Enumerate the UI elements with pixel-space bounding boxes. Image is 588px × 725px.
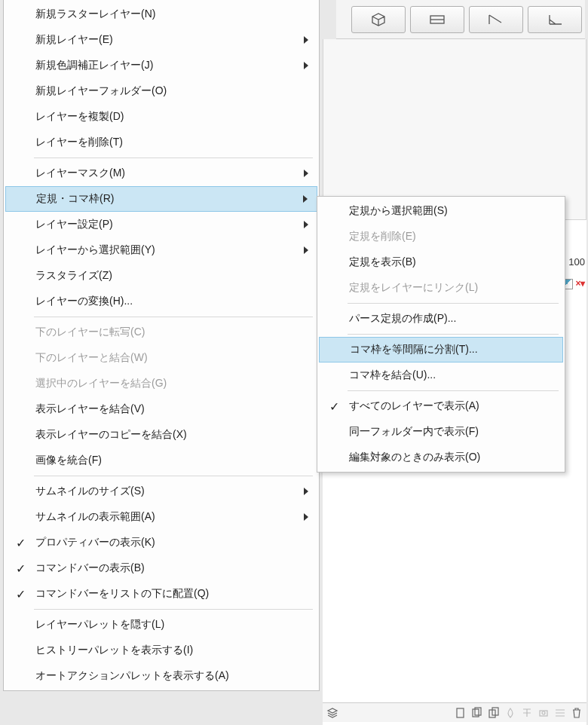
submenu-arrow-icon — [304, 62, 308, 69]
menu-item-label: 編集対象のときのみ表示(O) — [349, 451, 480, 464]
submenu-arrow-icon — [304, 221, 308, 228]
ruler-submenu-item[interactable]: パース定規の作成(P)... — [319, 306, 563, 332]
layer-menu-item[interactable]: ✓コマンドバーの表示(B) — [5, 555, 317, 581]
layer-menu-item[interactable]: 表示レイヤーを結合(V) — [5, 396, 317, 422]
layer-menu-item[interactable]: レイヤーを複製(D) — [5, 104, 317, 130]
new-doc-icon[interactable] — [454, 706, 467, 720]
layer-menu-item[interactable]: レイヤーから選択範囲(Y) — [5, 237, 317, 263]
svg-rect-2 — [457, 708, 464, 717]
menu-item-label: 新規ラスターレイヤー(N) — [35, 8, 155, 21]
ruler-submenu-item[interactable]: コマ枠を結合(U)... — [319, 362, 563, 388]
menu-item-label: 新規レイヤー(E) — [35, 33, 113, 47]
angle-icon[interactable] — [528, 6, 582, 33]
menu-item-label: コマ枠を等間隔に分割(T)... — [350, 343, 478, 356]
ruler-submenu-item: 定規を削除(E) — [319, 224, 563, 249]
layer-menu-item: 下のレイヤーに転写(C) — [5, 320, 317, 345]
layer-context-menu: 新規ラスターレイヤー(N)新規レイヤー(E)新規色調補正レイヤー(J)新規レイヤ… — [3, 0, 320, 691]
layer-menu-item[interactable]: レイヤーの変換(H)... — [5, 289, 317, 314]
merge-icon — [520, 706, 534, 720]
layers-icon[interactable] — [326, 706, 339, 720]
layer-menu-item[interactable]: レイヤー設定(P) — [5, 212, 317, 237]
drop-icon — [504, 706, 517, 720]
menu-item-label: レイヤーを複製(D) — [35, 110, 124, 124]
menu-item-label: 新規レイヤーフォルダー(O) — [35, 84, 167, 98]
submenu-arrow-icon — [303, 195, 308, 203]
layer-menu-item[interactable]: サムネイルのサイズ(S) — [5, 479, 317, 504]
opacity-value: 100 — [568, 256, 585, 268]
layer-menu-item[interactable]: 新規レイヤーフォルダー(O) — [5, 78, 317, 104]
layer-menu-item[interactable]: 定規・コマ枠(R) — [5, 186, 317, 212]
ruler-submenu-item[interactable]: 定規を表示(B) — [319, 249, 563, 275]
copy-icon[interactable] — [487, 706, 501, 720]
menu-separator — [34, 158, 313, 158]
menu-item-label: すべてのレイヤーで表示(A) — [349, 399, 479, 413]
lines-icon — [553, 706, 567, 720]
ruler-icon[interactable] — [469, 6, 523, 33]
ruler-frame-submenu: 定規から選択範囲(S)定規を削除(E)定規を表示(B)定規をレイヤーにリンク(L… — [317, 196, 565, 473]
layer-menu-item[interactable]: サムネイルの表示範囲(A) — [5, 504, 317, 530]
layer-menu-item[interactable]: 新規レイヤー(E) — [5, 27, 317, 53]
ruler-submenu-item[interactable]: 編集対象のときのみ表示(O) — [319, 445, 563, 470]
layer-menu-item[interactable]: ラスタライズ(Z) — [5, 263, 317, 289]
layer-menu-item[interactable]: ✓コマンドバーをリストの下に配置(Q) — [5, 581, 317, 607]
menu-separator — [34, 609, 313, 610]
menu-separator — [348, 390, 559, 391]
layer-menu-item[interactable]: オートアクションパレットを表示する(A) — [5, 663, 317, 689]
check-icon: ✓ — [16, 587, 26, 601]
menu-item-label: コマ枠を結合(U)... — [349, 369, 436, 382]
bottom-command-bar — [323, 702, 586, 722]
menu-separator — [348, 303, 559, 304]
layer-menu-item[interactable]: ✓プロパティバーの表示(K) — [5, 530, 317, 555]
menu-item-label: 下のレイヤーと結合(W) — [35, 351, 148, 365]
menu-item-label: 画像を統合(F) — [35, 454, 102, 467]
menu-item-label: 定規から選択範囲(S) — [349, 204, 448, 218]
ruler-submenu-item[interactable]: コマ枠を等間隔に分割(T)... — [319, 337, 563, 362]
ruler-submenu-item[interactable]: 定規から選択範囲(S) — [319, 198, 563, 224]
layer-menu-item[interactable]: レイヤーマスク(M) — [5, 161, 317, 186]
menu-item-label: パース定規の作成(P)... — [349, 312, 456, 326]
menu-item-label: レイヤーの変換(H)... — [35, 295, 133, 308]
menu-item-label: 表示レイヤーを結合(V) — [35, 402, 145, 416]
menu-item-label: プロパティバーの表示(K) — [35, 536, 155, 549]
menu-item-label: 下のレイヤーに転写(C) — [35, 326, 145, 339]
menu-separator — [34, 476, 313, 476]
svg-point-8 — [542, 711, 545, 714]
circle-icon — [537, 706, 550, 720]
layer-menu-item[interactable]: 画像を統合(F) — [5, 448, 317, 473]
menu-item-label: レイヤーマスク(M) — [35, 167, 125, 180]
close-icon[interactable]: ×▾ — [574, 279, 586, 289]
layer-menu-item: 下のレイヤーと結合(W) — [5, 345, 317, 371]
layer-menu-item[interactable]: レイヤーを削除(T) — [5, 130, 317, 155]
menu-item-label: 同一フォルダー内で表示(F) — [349, 425, 479, 439]
ruler-submenu-item[interactable]: ✓すべてのレイヤーで表示(A) — [319, 393, 563, 419]
rect-icon[interactable] — [410, 6, 464, 33]
cube-icon[interactable] — [351, 6, 406, 33]
menu-item-label: レイヤーから選択範囲(Y) — [35, 243, 155, 257]
trash-icon[interactable] — [570, 706, 583, 720]
menu-item-label: レイヤーを削除(T) — [35, 136, 123, 149]
menu-separator — [348, 334, 559, 335]
layer-menu-item[interactable]: ヒストリーパレットを表示する(I) — [5, 638, 317, 663]
submenu-arrow-icon — [304, 36, 308, 44]
submenu-arrow-icon — [304, 170, 308, 177]
menu-separator — [34, 317, 313, 317]
docs-icon[interactable] — [470, 706, 484, 720]
check-icon: ✓ — [329, 399, 339, 414]
menu-item-label: コマンドバーの表示(B) — [35, 561, 145, 575]
ruler-submenu-item[interactable]: 同一フォルダー内で表示(F) — [319, 419, 563, 445]
panel-bg — [323, 39, 586, 220]
layer-menu-item[interactable]: 表示レイヤーのコピーを結合(X) — [5, 422, 317, 448]
layer-menu-item[interactable]: 新規色調補正レイヤー(J) — [5, 53, 317, 78]
menu-item-label: レイヤーパレットを隠す(L) — [35, 618, 164, 632]
ruler-submenu-item: 定規をレイヤーにリンク(L) — [319, 275, 563, 301]
menu-item-label: レイヤー設定(P) — [35, 218, 113, 231]
check-icon: ✓ — [16, 561, 26, 576]
layer-menu-item[interactable]: 新規ラスターレイヤー(N) — [5, 2, 317, 27]
menu-item-label: オートアクションパレットを表示する(A) — [35, 669, 229, 683]
menu-item-label: ヒストリーパレットを表示する(I) — [35, 644, 193, 657]
submenu-arrow-icon — [304, 246, 308, 254]
menu-item-label: 選択中のレイヤーを結合(G) — [35, 377, 167, 390]
top-toolbar — [336, 0, 585, 39]
layer-menu-item[interactable]: レイヤーパレットを隠す(L) — [5, 612, 317, 638]
menu-item-label: 定規を表示(B) — [349, 255, 416, 269]
